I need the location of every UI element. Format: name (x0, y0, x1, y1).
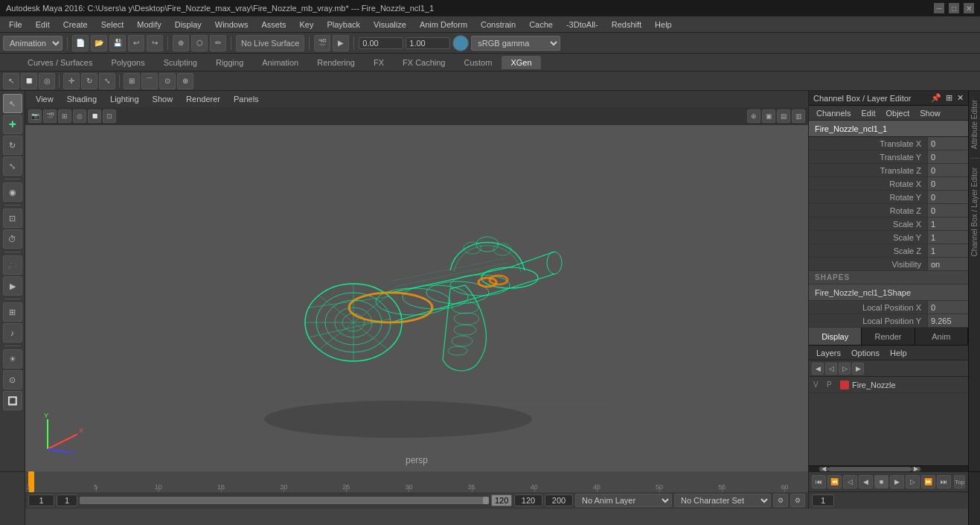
cb-tab-display[interactable]: Display (809, 328, 862, 345)
vp-persp-btn[interactable]: ⊕ (747, 109, 760, 123)
menu-item-file[interactable]: File (3, 19, 28, 31)
layer-P[interactable]: P (827, 381, 837, 389)
select-lt-btn[interactable]: ↖ (3, 94, 22, 113)
select-tool[interactable]: ↖ (3, 73, 19, 89)
vp-menu-shading[interactable]: Shading (61, 93, 103, 105)
history-btn[interactable]: ⏱ (3, 229, 22, 249)
layers-menu[interactable]: Layers (812, 347, 845, 359)
render-btn[interactable]: 🎬 (314, 35, 330, 51)
move-lt-btn[interactable]: ✛ (3, 115, 22, 134)
cb-tab-anim[interactable]: Anim (915, 328, 968, 345)
layer-nav-left2[interactable]: ◁ (825, 363, 837, 375)
vp-cam-btn[interactable]: 📷 (28, 109, 42, 123)
stop-btn[interactable]: ■ (874, 475, 888, 489)
module-tab-rigging[interactable]: Rigging (207, 56, 252, 69)
end-frame-input[interactable] (514, 494, 542, 506)
vp-wire-btn[interactable]: ⊡ (103, 109, 116, 123)
char-btn2[interactable]: ⚙ (790, 494, 805, 507)
range-start-input[interactable] (57, 494, 77, 506)
go-end-btn[interactable]: ⏭ (937, 475, 951, 489)
module-tab-polygons[interactable]: Polygons (102, 56, 153, 69)
cb-show-menu[interactable]: Show (915, 107, 945, 119)
scroll-right-btn[interactable]: ▶ (912, 467, 920, 471)
vp-snap-btn[interactable]: ◎ (73, 109, 86, 123)
redo-button[interactable]: ↪ (147, 35, 163, 51)
rotate-lt-btn[interactable]: ↻ (3, 136, 22, 155)
anim-layer[interactable]: ♪ (3, 323, 22, 343)
show-manip[interactable]: ⊡ (3, 209, 22, 228)
select-button[interactable]: ⊕ (173, 35, 189, 51)
menu-item-help[interactable]: Help (649, 19, 678, 31)
vp-xray-btn[interactable]: 🔲 (88, 109, 101, 123)
menu-item-windows[interactable]: Windows (209, 19, 254, 31)
scale-lt-btn[interactable]: ⤡ (3, 156, 22, 176)
menu-item-create[interactable]: Create (57, 19, 94, 31)
module-tab-rendering[interactable]: Rendering (308, 56, 364, 69)
range-right-thumb[interactable] (483, 497, 489, 504)
vp-film-btn[interactable]: 🎬 (43, 109, 57, 123)
menu-item-edit[interactable]: Edit (30, 19, 56, 31)
vp-menu-lighting[interactable]: Lighting (104, 93, 145, 105)
cb-tab-render[interactable]: Render (862, 328, 915, 345)
range-bar-inline[interactable] (80, 497, 489, 504)
cb-object-menu[interactable]: Object (881, 107, 914, 119)
open-button[interactable]: 📂 (91, 35, 107, 51)
vtab-attr-editor[interactable]: Attribute Editor (969, 94, 980, 155)
layer-item-fire-nozzle[interactable]: V P Fire_Nozzle (809, 377, 968, 393)
snap-grid[interactable]: ⊞ (124, 73, 140, 89)
module-tab-curves-surfaces[interactable]: Curves / Surfaces (19, 56, 101, 69)
close-button[interactable]: ✕ (964, 3, 974, 13)
xray-btn[interactable]: ☀ (3, 349, 22, 369)
vp-menu-panels[interactable]: Panels (228, 93, 265, 105)
next-key-btn[interactable]: ⏩ (921, 475, 935, 489)
menu-item-anim-deform[interactable]: Anim Deform (414, 19, 473, 31)
layer-nav-left[interactable]: ◀ (812, 363, 824, 375)
menu-item-key[interactable]: Key (293, 19, 319, 31)
vp-menu-show[interactable]: Show (147, 93, 179, 105)
next-frame-btn[interactable]: ▷ (906, 475, 920, 489)
layer-nav-right[interactable]: ▶ (852, 363, 864, 375)
cb-hscrollbar[interactable]: ◀ ▶ (809, 465, 968, 471)
lasso-button[interactable]: ⬡ (191, 35, 208, 51)
current-frame-input[interactable] (28, 494, 54, 506)
menu-item-display[interactable]: Display (169, 19, 208, 31)
module-tab-xgen[interactable]: XGen (502, 56, 540, 69)
save-button[interactable]: 💾 (109, 35, 126, 51)
vtab-channel-box[interactable]: Channel Box / Layer Editor (969, 162, 980, 263)
snap-curve[interactable]: ⌒ (141, 73, 158, 89)
ipr-btn[interactable]: ▶ (333, 35, 349, 51)
render-viewport[interactable]: 🎥 (3, 255, 22, 275)
layer-nav-right2[interactable]: ▷ (839, 363, 851, 375)
value-input1[interactable] (359, 37, 403, 49)
timeline-ruler[interactable]: 1 5 10 15 20 25 30 35 40 45 50 (25, 471, 808, 492)
module-tab-fx-caching[interactable]: FX Caching (394, 56, 454, 69)
vp-layout2[interactable]: ▤ (777, 109, 790, 123)
loop-btn[interactable]: Top (954, 475, 965, 489)
scroll-thumb[interactable] (828, 467, 912, 471)
char-btn1[interactable]: ⚙ (773, 494, 788, 507)
prev-frame-btn[interactable]: ◁ (843, 475, 857, 489)
play-back-btn[interactable]: ◀ (859, 475, 873, 489)
gamma-dropdown[interactable]: sRGB gamma (471, 36, 560, 51)
scale-tool[interactable]: ⤡ (99, 73, 115, 89)
menu-item--3dtoall-[interactable]: -3DtoAll- (560, 19, 604, 31)
menu-item-playback[interactable]: Playback (321, 19, 366, 31)
total-frames-input[interactable] (545, 494, 573, 506)
paint-select[interactable]: ✏ (210, 35, 226, 51)
cb-edit-menu[interactable]: Edit (856, 107, 880, 119)
snap-point[interactable]: ⊙ (159, 73, 176, 89)
module-tab-animation[interactable]: Animation (253, 56, 307, 69)
lasso-tool[interactable]: ◎ (39, 73, 55, 89)
new-scene-button[interactable]: 📄 (72, 35, 89, 51)
display-layer[interactable]: ⊞ (3, 302, 22, 322)
cb-expand-icon[interactable]: ⊞ (946, 93, 952, 103)
cb-close-icon[interactable]: ✕ (957, 93, 964, 103)
menu-item-constrain[interactable]: Constrain (475, 19, 522, 31)
scroll-left-btn[interactable]: ◀ (819, 467, 828, 471)
play-fwd-btn[interactable]: ▶ (890, 475, 904, 489)
cb-channels-menu[interactable]: Channels (812, 107, 855, 119)
anim-layer-dropdown[interactable]: No Anim Layer (575, 494, 672, 507)
soft-sel-btn[interactable]: ◉ (3, 182, 22, 202)
vp-grid-toggle[interactable]: ⊞ (58, 109, 71, 123)
cb-pin-icon[interactable]: 📌 (931, 93, 941, 103)
